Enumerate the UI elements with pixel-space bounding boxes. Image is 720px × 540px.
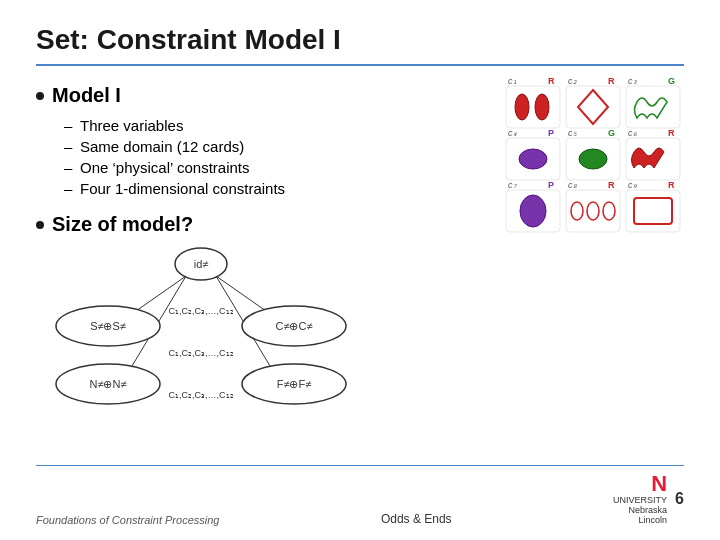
svg-text:R: R — [668, 128, 675, 138]
footer: Foundations of Constraint Processing Odd… — [36, 465, 684, 526]
svg-text:P: P — [548, 128, 554, 138]
svg-text:id≠: id≠ — [194, 258, 209, 270]
svg-text:c₄: c₄ — [508, 128, 517, 138]
svg-point-47 — [520, 195, 546, 227]
model-diagram: id≠ C₁,C₂,C₃,…,C₁₂ C₁,C₂,C₃,…,C₁₂ C₁,C₂,… — [46, 246, 494, 440]
svg-text:c₈: c₈ — [568, 180, 577, 190]
svg-rect-48 — [566, 190, 620, 232]
page-number: 6 — [675, 490, 684, 508]
card-grid-area: c₁ c₂ c₃ R R G c₄ c₅ c₆ — [504, 74, 684, 440]
svg-text:c₇: c₇ — [508, 180, 518, 190]
svg-text:N≠⊕N≠: N≠⊕N≠ — [90, 378, 127, 390]
slide: Set: Constraint Model I Model I Three va… — [0, 0, 720, 540]
nebraska-logo: N UNIVERSITY Nebraska Lincoln — [613, 472, 667, 526]
lincoln-text: Lincoln — [613, 516, 667, 526]
svg-point-36 — [519, 149, 547, 169]
svg-text:c₅: c₅ — [568, 128, 577, 138]
svg-text:C₁,C₂,C₃,…,C₁₂: C₁,C₂,C₃,…,C₁₂ — [169, 306, 234, 316]
svg-text:c₉: c₉ — [628, 180, 637, 190]
svg-text:R: R — [668, 180, 675, 190]
svg-text:S≠⊕S≠: S≠⊕S≠ — [90, 320, 126, 332]
slide-title: Set: Constraint Model I — [36, 24, 684, 66]
size-label: Size of model? — [52, 213, 193, 236]
svg-text:R: R — [608, 76, 615, 86]
svg-text:C₁,C₂,C₃,…,C₁₂: C₁,C₂,C₃,…,C₁₂ — [169, 348, 234, 358]
footer-right-area: N UNIVERSITY Nebraska Lincoln 6 — [613, 472, 684, 526]
svg-point-38 — [579, 149, 607, 169]
svg-text:c₁: c₁ — [508, 76, 517, 86]
footer-center-text: Odds & Ends — [381, 512, 452, 526]
svg-text:c₂: c₂ — [568, 76, 577, 86]
diagram-svg: id≠ C₁,C₂,C₃,…,C₁₂ C₁,C₂,C₃,…,C₁₂ C₁,C₂,… — [46, 246, 356, 436]
svg-text:G: G — [608, 128, 615, 138]
footer-foundation-text: Foundations of Constraint Processing — [36, 514, 219, 526]
svg-point-24 — [515, 94, 529, 120]
model-label: Model I — [52, 84, 121, 107]
svg-text:P: P — [548, 180, 554, 190]
svg-text:F≠⊕F≠: F≠⊕F≠ — [277, 378, 312, 390]
sub-item-4: Four 1-dimensional constraints — [64, 180, 494, 197]
sub-item-3: One ‘physical’ constraints — [64, 159, 494, 176]
svg-text:R: R — [608, 180, 615, 190]
svg-rect-23 — [506, 86, 560, 128]
svg-rect-26 — [566, 86, 620, 128]
sub-item-1: Three variables — [64, 117, 494, 134]
cards-svg: c₁ c₂ c₃ R R G c₄ c₅ c₆ — [504, 74, 684, 239]
svg-text:c₃: c₃ — [628, 76, 637, 86]
sub-item-2: Same domain (12 cards) — [64, 138, 494, 155]
svg-text:c₆: c₆ — [628, 128, 637, 138]
size-bullet: Size of model? — [36, 213, 494, 236]
n-logo: N — [651, 471, 667, 496]
left-col: Model I Three variables Same domain (12 … — [36, 84, 494, 440]
svg-text:C₁,C₂,C₃,…,C₁₂: C₁,C₂,C₃,…,C₁₂ — [169, 390, 234, 400]
content-area: Model I Three variables Same domain (12 … — [36, 84, 684, 440]
bullet-dot — [36, 92, 44, 100]
svg-text:C≠⊕C≠: C≠⊕C≠ — [276, 320, 313, 332]
svg-text:G: G — [668, 76, 675, 86]
model-bullet: Model I — [36, 84, 494, 107]
size-bullet-dot — [36, 221, 44, 229]
sub-bullets-list: Three variables Same domain (12 cards) O… — [36, 117, 494, 197]
svg-point-25 — [535, 94, 549, 120]
svg-text:R: R — [548, 76, 555, 86]
